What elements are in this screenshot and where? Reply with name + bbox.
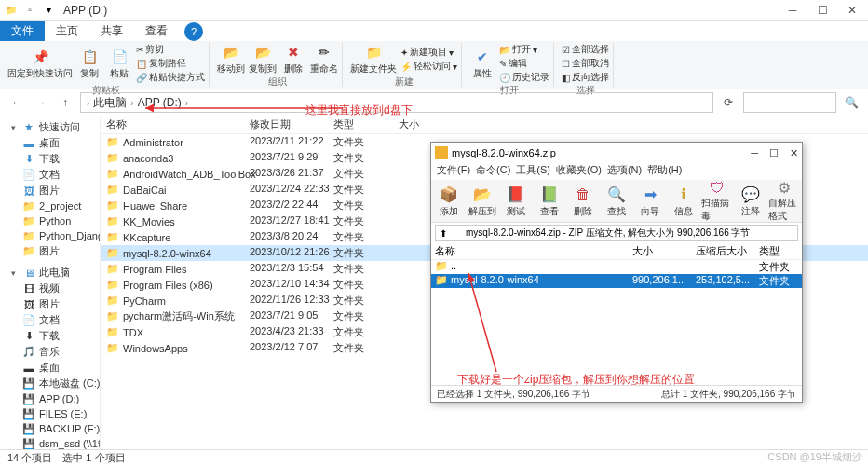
copy-path-button[interactable]: 📋 复制路径 (136, 57, 205, 70)
properties-button[interactable]: ✔属性 (469, 48, 495, 80)
help-icon[interactable]: ? (184, 22, 203, 41)
zip-titlebar: mysql-8.2.0-winx64.zip ─ ☐ ✕ (431, 143, 802, 163)
sidebar-dl2[interactable]: ⬇下载 (0, 328, 100, 344)
forward-button[interactable]: → (32, 93, 50, 112)
zip-col-comp[interactable]: 压缩后大小 (696, 244, 759, 258)
minimize-button[interactable]: ─ (786, 4, 799, 17)
sidebar-pics2[interactable]: 📁图片 (0, 243, 100, 259)
tab-share[interactable]: 共享 (89, 21, 134, 41)
zip-sfx-button[interactable]: ⚙自解压格式 (768, 182, 800, 220)
qat-icon[interactable]: ▫ (22, 3, 37, 18)
zip-col-size[interactable]: 大小 (632, 244, 696, 258)
sidebar-video[interactable]: 🎞视频 (0, 281, 100, 296)
tab-file[interactable]: 文件 (0, 21, 45, 41)
zip-status-bar: 已经选择 1 文件夹, 990,206,166 字节 总计 1 文件夹, 990… (431, 385, 802, 402)
paste-shortcut-button[interactable]: 🔗 粘贴快捷方式 (136, 71, 205, 84)
zip-minimize-button[interactable]: ─ (751, 147, 758, 159)
invert-select-button[interactable]: ◧ 反向选择 (562, 71, 609, 84)
moveto-button[interactable]: 📂移动到 (217, 43, 245, 75)
easy-access-button[interactable]: ⚡ 轻松访问 ▾ (400, 60, 457, 73)
breadcrumb[interactable]: › 此电脑 › APP (D:) › (80, 92, 713, 113)
pin-button[interactable]: 📌固定到快速访问 (7, 48, 73, 80)
tab-home[interactable]: 主页 (45, 21, 89, 41)
zip-find-button[interactable]: 🔍查找 (601, 182, 632, 220)
zip-extract-button[interactable]: 📂解压到 (467, 182, 498, 220)
copyto-button[interactable]: 📂复制到 (249, 43, 277, 75)
zip-wizard-button[interactable]: ➡向导 (634, 182, 666, 220)
sidebar-desktop2[interactable]: ▬桌面 (0, 360, 100, 376)
address-bar: ← → ↑ › 此电脑 › APP (D:) › ⟳ 🔍 (0, 89, 868, 116)
zip-table-row[interactable]: 📁 mysql-8.2.0-winx64990,206,1...253,102,… (431, 274, 802, 288)
select-all-button[interactable]: ☑ 全部选择 (562, 43, 609, 56)
zip-address-bar[interactable]: ⬆ mysql-8.2.0-winx64.zip - ZIP 压缩文件, 解包大… (435, 225, 798, 241)
bc-segment[interactable]: 此电脑 (93, 95, 127, 111)
cut-button[interactable]: ✂ 剪切 (136, 43, 205, 56)
zip-delete-button[interactable]: 🗑删除 (567, 182, 599, 220)
up-button[interactable]: ↑ (56, 93, 75, 112)
new-item-button[interactable]: ✦ 新建项目 ▾ (400, 46, 457, 59)
sidebar-python[interactable]: 📁Python (0, 213, 100, 228)
sidebar-music[interactable]: 🎵音乐 (0, 344, 100, 360)
sidebar-fdrive[interactable]: 💾BACKUP (F:) (0, 421, 100, 436)
tab-view[interactable]: 查看 (134, 21, 179, 41)
zip-window: mysql-8.2.0-winx64.zip ─ ☐ ✕ 文件(F) 命令(C)… (430, 142, 803, 403)
sidebar-thispc[interactable]: ▾🖥此电脑 (0, 265, 100, 281)
zip-col-name[interactable]: 名称 (435, 244, 632, 258)
sidebar-docs2[interactable]: 📄文档 (0, 312, 100, 328)
zip-maximize-button[interactable]: ☐ (769, 147, 779, 159)
bc-segment[interactable]: APP (D:) (138, 96, 182, 109)
ribbon-tabs: 文件 主页 共享 查看 ? (0, 21, 868, 41)
zip-test-button[interactable]: 📕测试 (500, 182, 532, 220)
sidebar-pictures[interactable]: 🖼图片 (0, 183, 100, 199)
zip-info-button[interactable]: ℹ信息 (668, 182, 699, 220)
qat-dropdown-icon[interactable]: ▾ (41, 3, 56, 18)
zip-menu-command[interactable]: 命令(C) (474, 163, 512, 180)
sidebar-pictures2[interactable]: 🖼图片 (0, 296, 100, 312)
history-button[interactable]: 🕘 历史记录 (499, 71, 549, 84)
zip-menu-opt[interactable]: 选项(N) (605, 163, 644, 180)
title-bar: 📁 ▫ ▾ APP (D:) ─ ☐ ✕ (0, 0, 868, 21)
zip-menu-tools[interactable]: 工具(S) (514, 163, 552, 180)
copy-button[interactable]: 📋复制 (76, 48, 102, 80)
zip-scan-button[interactable]: 🛡扫描病毒 (701, 182, 733, 220)
sidebar-desktop[interactable]: ▬桌面 (0, 135, 100, 151)
sidebar-cdrive[interactable]: 💾本地磁盘 (C:) (0, 376, 100, 391)
zip-comment-button[interactable]: 💬注释 (735, 182, 766, 220)
refresh-button[interactable]: ⟳ (719, 93, 738, 112)
zip-menu-file[interactable]: 文件(F) (435, 163, 472, 180)
close-button[interactable]: ✕ (846, 4, 859, 17)
sidebar-dsm1[interactable]: 💾dsm_ssd (\\192.168 (0, 436, 100, 449)
sidebar-downloads[interactable]: ⬇下载 (0, 151, 100, 167)
zip-view-button[interactable]: 📗查看 (534, 182, 565, 220)
zip-close-button[interactable]: ✕ (790, 147, 798, 159)
col-header-date[interactable]: 修改日期 (250, 117, 333, 131)
paste-button[interactable]: 📄粘贴 (106, 48, 132, 80)
new-folder-button[interactable]: 📁新建文件夹 (350, 43, 397, 75)
delete-button[interactable]: ✖删除 (280, 43, 306, 75)
col-header-size[interactable]: 大小 (399, 117, 445, 131)
sidebar-edrive[interactable]: 💾FILES (E:) (0, 406, 100, 421)
rename-button[interactable]: ✏重命名 (310, 43, 338, 75)
sidebar-project[interactable]: 📁2_project (0, 199, 100, 213)
status-bar: 14 个项目 选中 1 个项目 (0, 449, 868, 466)
sidebar-documents[interactable]: 📄文档 (0, 167, 100, 183)
search-input[interactable] (743, 92, 836, 113)
zip-col-type[interactable]: 类型 (759, 244, 798, 258)
zip-table-row[interactable]: 📁 ..文件夹 (431, 260, 802, 274)
sidebar-ddrive[interactable]: 💾APP (D:) (0, 391, 100, 406)
col-header-name[interactable]: 名称 (101, 117, 250, 131)
up-arrow-icon[interactable]: ⬆ (440, 228, 447, 239)
zip-menu-fav[interactable]: 收藏夹(O) (554, 163, 604, 180)
sidebar-quick-access[interactable]: ▾★快速访问 (0, 119, 100, 135)
back-button[interactable]: ← (7, 93, 26, 112)
zip-menu-help[interactable]: 帮助(H) (645, 163, 684, 180)
zip-add-button[interactable]: 📦添加 (433, 182, 465, 220)
open-button[interactable]: 📂 打开 ▾ (499, 43, 549, 56)
search-icon[interactable]: 🔍 (842, 93, 861, 112)
maximize-button[interactable]: ☐ (816, 4, 829, 17)
sidebar-django[interactable]: 📁Python_Django (0, 228, 100, 243)
window-title: APP (D:) (63, 4, 107, 17)
edit-button[interactable]: ✎ 编辑 (499, 57, 549, 70)
select-none-button[interactable]: ☐ 全部取消 (562, 57, 609, 70)
col-header-type[interactable]: 类型 (333, 117, 399, 131)
